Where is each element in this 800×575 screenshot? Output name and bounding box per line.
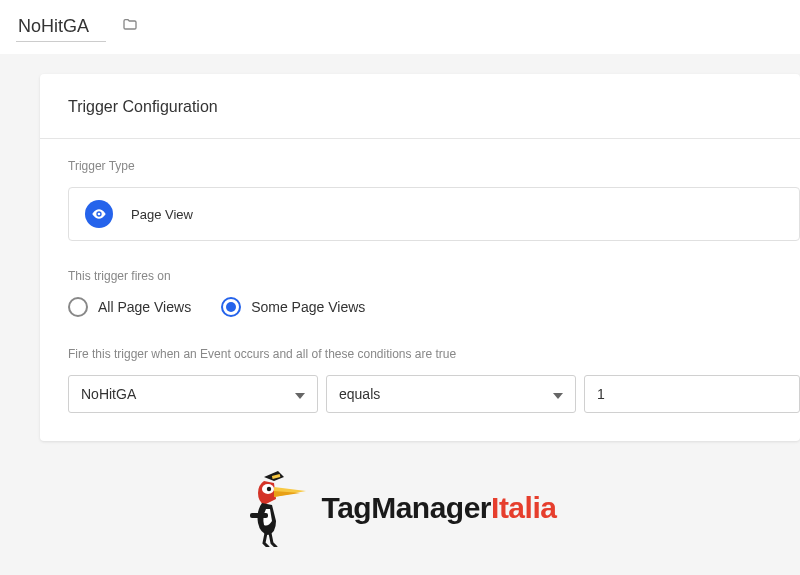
condition-row: NoHitGA equals bbox=[68, 375, 800, 413]
svg-point-2 bbox=[266, 487, 270, 491]
chevron-down-icon bbox=[553, 386, 563, 402]
condition-operator-select[interactable]: equals bbox=[326, 375, 576, 413]
trigger-type-label: Trigger Type bbox=[68, 159, 800, 173]
logo-prefix: TagManager bbox=[322, 491, 491, 524]
select-value: equals bbox=[339, 386, 380, 402]
radio-button-icon bbox=[221, 297, 241, 317]
condition-instruction-label: Fire this trigger when an Event occurs a… bbox=[68, 347, 800, 361]
fires-on-label: This trigger fires on bbox=[68, 269, 800, 283]
radio-some-page-views[interactable]: Some Page Views bbox=[221, 297, 365, 317]
eye-icon bbox=[85, 200, 113, 228]
panel-title: Trigger Configuration bbox=[68, 98, 800, 116]
radio-all-page-views[interactable]: All Page Views bbox=[68, 297, 191, 317]
logo-suffix: Italia bbox=[491, 491, 556, 524]
fires-on-radio-group: All Page Views Some Page Views bbox=[68, 297, 800, 317]
trigger-type-card[interactable]: Page View bbox=[68, 187, 800, 241]
folder-icon[interactable] bbox=[120, 17, 140, 37]
svg-rect-3 bbox=[250, 513, 268, 518]
radio-button-icon bbox=[68, 297, 88, 317]
divider bbox=[40, 138, 800, 139]
trigger-name-input[interactable]: NoHitGA bbox=[16, 12, 106, 42]
trigger-type-value: Page View bbox=[131, 207, 193, 222]
radio-label-all: All Page Views bbox=[98, 299, 191, 315]
brand-logo: TagManagerItalia bbox=[0, 469, 800, 547]
chevron-down-icon bbox=[295, 386, 305, 402]
select-value: NoHitGA bbox=[81, 386, 136, 402]
main-area: Trigger Configuration Trigger Type Page … bbox=[0, 54, 800, 441]
trigger-config-panel: Trigger Configuration Trigger Type Page … bbox=[40, 74, 800, 441]
header-bar: NoHitGA bbox=[0, 0, 800, 54]
woodpecker-mascot-icon bbox=[244, 469, 310, 547]
condition-variable-select[interactable]: NoHitGA bbox=[68, 375, 318, 413]
brand-logo-text: TagManagerItalia bbox=[322, 491, 557, 525]
radio-label-some: Some Page Views bbox=[251, 299, 365, 315]
condition-value-input[interactable] bbox=[584, 375, 800, 413]
